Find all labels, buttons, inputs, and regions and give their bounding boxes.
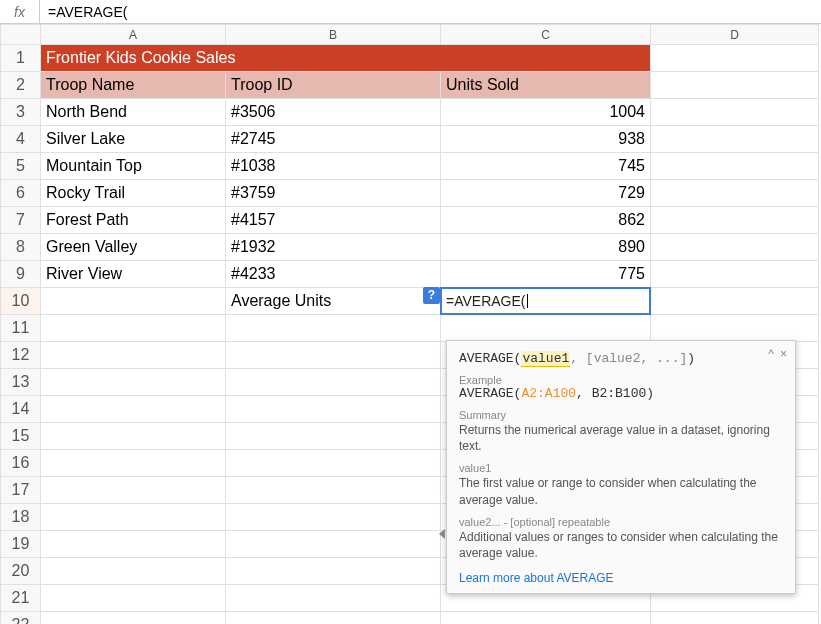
- tooltip-close-icon[interactable]: ×: [780, 347, 787, 361]
- formula-input[interactable]: [40, 0, 821, 23]
- cell-troop-name[interactable]: River View: [41, 261, 226, 288]
- cell[interactable]: [651, 612, 819, 625]
- cell[interactable]: [226, 612, 441, 625]
- cell[interactable]: [226, 477, 441, 504]
- cell[interactable]: [41, 612, 226, 625]
- row-header-1[interactable]: 1: [1, 45, 41, 72]
- row-header-7[interactable]: 7: [1, 207, 41, 234]
- row-header-4[interactable]: 4: [1, 126, 41, 153]
- row-header-20[interactable]: 20: [1, 558, 41, 585]
- cell[interactable]: [226, 531, 441, 558]
- row-header-2[interactable]: 2: [1, 72, 41, 99]
- row-header-14[interactable]: 14: [1, 396, 41, 423]
- row-header-22[interactable]: 22: [1, 612, 41, 625]
- cell-units-sold[interactable]: 729: [441, 180, 651, 207]
- cell[interactable]: [41, 369, 226, 396]
- cell[interactable]: [41, 423, 226, 450]
- col-header-d[interactable]: D: [651, 25, 819, 45]
- cell-troop-id[interactable]: #3506: [226, 99, 441, 126]
- cell[interactable]: [226, 423, 441, 450]
- active-cell[interactable]: ?=AVERAGE(: [441, 288, 651, 315]
- row-header-10[interactable]: 10: [1, 288, 41, 315]
- cell-troop-id[interactable]: #4233: [226, 261, 441, 288]
- header-units-sold[interactable]: Units Sold: [441, 72, 651, 99]
- function-help-tooltip: ^ × AVERAGE(value1, [value2, ...]) Examp…: [446, 340, 796, 594]
- row-header-16[interactable]: 16: [1, 450, 41, 477]
- cell-troop-id[interactable]: #2745: [226, 126, 441, 153]
- help-badge-icon[interactable]: ?: [423, 287, 440, 304]
- cell[interactable]: [651, 261, 819, 288]
- row-header-21[interactable]: 21: [1, 585, 41, 612]
- row-header-19[interactable]: 19: [1, 531, 41, 558]
- cell-troop-id[interactable]: #4157: [226, 207, 441, 234]
- cell-units-sold[interactable]: 862: [441, 207, 651, 234]
- cell[interactable]: [651, 180, 819, 207]
- learn-more-link[interactable]: Learn more about AVERAGE: [459, 571, 614, 585]
- col-header-c[interactable]: C: [441, 25, 651, 45]
- cell-troop-name[interactable]: North Bend: [41, 99, 226, 126]
- cell-troop-id[interactable]: #1932: [226, 234, 441, 261]
- cell[interactable]: [226, 585, 441, 612]
- cell[interactable]: [226, 315, 441, 342]
- cell-troop-id[interactable]: #1038: [226, 153, 441, 180]
- cell[interactable]: [651, 99, 819, 126]
- cell[interactable]: [41, 315, 226, 342]
- cell[interactable]: [41, 504, 226, 531]
- cell[interactable]: [226, 396, 441, 423]
- row-header-18[interactable]: 18: [1, 504, 41, 531]
- cell[interactable]: [651, 45, 819, 72]
- cell[interactable]: [226, 369, 441, 396]
- cell-troop-name[interactable]: Green Valley: [41, 234, 226, 261]
- cell[interactable]: [41, 288, 226, 315]
- header-troop-id[interactable]: Troop ID: [226, 72, 441, 99]
- cell-troop-name[interactable]: Mountain Top: [41, 153, 226, 180]
- corner-cell[interactable]: [1, 25, 41, 45]
- cell[interactable]: [441, 315, 651, 342]
- cell-troop-name[interactable]: Silver Lake: [41, 126, 226, 153]
- cell[interactable]: [226, 504, 441, 531]
- cell[interactable]: [41, 342, 226, 369]
- cell-units-sold[interactable]: 1004: [441, 99, 651, 126]
- cell[interactable]: [41, 531, 226, 558]
- cell-units-sold[interactable]: 775: [441, 261, 651, 288]
- cell[interactable]: [41, 558, 226, 585]
- average-label-cell[interactable]: Average Units: [226, 288, 441, 315]
- cell[interactable]: [651, 315, 819, 342]
- sheet-title[interactable]: Frontier Kids Cookie Sales: [41, 45, 651, 72]
- cell[interactable]: [41, 450, 226, 477]
- cell[interactable]: [651, 153, 819, 180]
- cell[interactable]: [226, 450, 441, 477]
- row-header-15[interactable]: 15: [1, 423, 41, 450]
- row-header-5[interactable]: 5: [1, 153, 41, 180]
- row-header-13[interactable]: 13: [1, 369, 41, 396]
- cell[interactable]: [651, 207, 819, 234]
- row-header-8[interactable]: 8: [1, 234, 41, 261]
- col-header-a[interactable]: A: [41, 25, 226, 45]
- cell[interactable]: [226, 342, 441, 369]
- tooltip-collapse-icon[interactable]: ^: [768, 347, 774, 361]
- row-header-6[interactable]: 6: [1, 180, 41, 207]
- cell[interactable]: [441, 612, 651, 625]
- cell[interactable]: [226, 558, 441, 585]
- cell[interactable]: [41, 477, 226, 504]
- cell-troop-name[interactable]: Rocky Trail: [41, 180, 226, 207]
- row-header-9[interactable]: 9: [1, 261, 41, 288]
- cell-troop-id[interactable]: #3759: [226, 180, 441, 207]
- row-header-11[interactable]: 11: [1, 315, 41, 342]
- cell[interactable]: [651, 234, 819, 261]
- cell-units-sold[interactable]: 890: [441, 234, 651, 261]
- cell-units-sold[interactable]: 938: [441, 126, 651, 153]
- cell-units-sold[interactable]: 745: [441, 153, 651, 180]
- cell[interactable]: [41, 396, 226, 423]
- cell[interactable]: [651, 126, 819, 153]
- cell-troop-name[interactable]: Forest Path: [41, 207, 226, 234]
- row-header-3[interactable]: 3: [1, 99, 41, 126]
- row-header-12[interactable]: 12: [1, 342, 41, 369]
- cell[interactable]: [651, 72, 819, 99]
- cell[interactable]: [651, 288, 819, 315]
- col-header-b[interactable]: B: [226, 25, 441, 45]
- cell[interactable]: [41, 585, 226, 612]
- header-troop-name[interactable]: Troop Name: [41, 72, 226, 99]
- table-row: 10Average Units?=AVERAGE(: [1, 288, 819, 315]
- row-header-17[interactable]: 17: [1, 477, 41, 504]
